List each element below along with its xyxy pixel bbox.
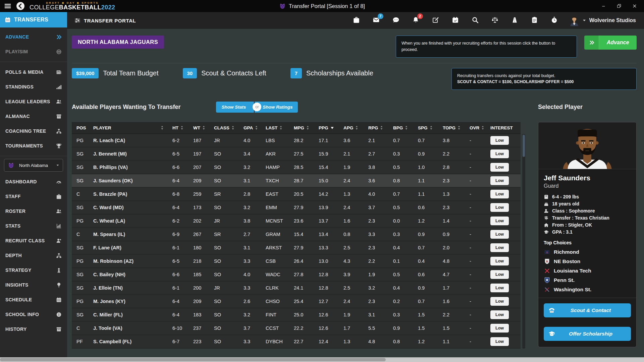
col-header-topg[interactable]: TOPG (440, 125, 467, 130)
table-scrollbar[interactable] (522, 134, 525, 349)
table-row[interactable]: SGJ. Elloie (TN)6-1200JR3.3CLRK24.112.82… (72, 282, 521, 295)
sidebar-item-schedule[interactable]: SCHEDULE (0, 292, 67, 307)
sidebar-item-depth[interactable]: DEPTH (0, 248, 67, 263)
sidebar-item-strategy[interactable]: STRATEGY (0, 263, 67, 278)
sidebar-item-standings[interactable]: STANDINGS (0, 79, 67, 94)
table-row[interactable]: SGJ. Saunders (OK)6-4209SO3.1TXCH28.715.… (72, 174, 521, 188)
minimize-button[interactable] (601, 3, 606, 9)
interest-button[interactable]: Low (490, 243, 509, 252)
col-header-ht[interactable]: HT (170, 125, 191, 130)
close-button[interactable] (632, 3, 637, 9)
interest-button[interactable]: Low (490, 163, 509, 172)
edit-button[interactable] (432, 16, 439, 25)
briefcase-button[interactable] (353, 16, 360, 25)
interest-button[interactable]: Low (490, 284, 509, 292)
calendar-check-icon (452, 16, 459, 23)
search-button[interactable] (472, 16, 479, 25)
col-header-interest[interactable]: INTEREST (488, 125, 521, 130)
interest-button[interactable]: Low (490, 190, 509, 198)
back-button[interactable] (16, 2, 25, 10)
sidebar-item-insights[interactable]: INSIGHTS (0, 278, 67, 292)
interest-button[interactable]: Low (490, 310, 509, 319)
interest-button[interactable]: Low (490, 149, 509, 158)
sidebar-item-recruit-class[interactable]: RECRUIT CLASS (0, 233, 67, 248)
table-row[interactable]: PGM. Jones (KY)6-4209SO2.6CHSO25.412.72.… (72, 295, 521, 308)
sidebar-item-history[interactable]: HISTORY (0, 322, 67, 337)
sidebar-item-roster[interactable]: ROSTER (0, 204, 67, 219)
interest-button[interactable]: Low (490, 337, 509, 346)
horizontal-scrollbar[interactable] (0, 357, 644, 362)
horizontal-scrollbar-thumb[interactable] (0, 358, 386, 361)
col-header-class[interactable]: CLASS (211, 125, 241, 130)
sidebar-item-coaching-tree[interactable]: COACHING TREE (0, 124, 67, 138)
col-header-spg[interactable]: SPG (415, 125, 440, 130)
col-header-last[interactable]: LAST (263, 125, 291, 130)
table-row[interactable]: CS. Brazzle (PA)6-8259SR2.8EAST20.514.21… (72, 188, 521, 201)
show-stats-button[interactable]: Show Stats (216, 102, 255, 113)
sidebar-item-staff[interactable]: STAFF (0, 189, 67, 204)
interest-button[interactable]: Low (490, 230, 509, 239)
cell-topg: 4.8 (440, 258, 467, 264)
road-button[interactable] (511, 16, 518, 25)
col-header-ppg[interactable]: PPG (316, 125, 341, 130)
col-header-rpg[interactable]: RPG (366, 125, 390, 130)
menu-icon[interactable] (4, 2, 11, 10)
table-row[interactable]: PGM. Robinson (AZ)6-5218SO3.3CSB26.413.0… (72, 255, 521, 268)
clipboard-button[interactable] (531, 16, 538, 25)
table-row[interactable]: SGC. Miller (FL)6-4183SO3.2FINT25.012.61… (72, 308, 521, 322)
restore-button[interactable] (616, 3, 622, 9)
interest-button[interactable]: Low (490, 257, 509, 265)
cell-interest: Low (488, 337, 521, 346)
sidebar-item-dashboard[interactable]: DASHBOARD (0, 174, 67, 189)
interest-button[interactable]: Low (490, 136, 509, 145)
interest-button[interactable]: Low (490, 270, 509, 279)
table-row[interactable]: CM. Spears (IL)6-9267SR2.7GRAM15.413.40.… (72, 228, 521, 241)
interest-button[interactable]: Low (490, 203, 509, 212)
sidebar-item-stats[interactable]: STATS (0, 219, 67, 233)
interest-button[interactable]: Low (490, 217, 509, 225)
table-row[interactable]: SGC. Ward (MD)6-4173SO3.2EMM27.913.92.43… (72, 201, 521, 215)
col-header-wt[interactable]: WT (191, 125, 211, 130)
offer-scholarship-button[interactable]: Offer Scholarship (544, 327, 631, 341)
col-header-player[interactable]: PLAYER (91, 125, 170, 130)
col-header-bpg[interactable]: BPG (390, 125, 415, 130)
interest-button[interactable]: Low (490, 297, 509, 306)
interest-button[interactable]: Low (490, 176, 509, 185)
sidebar-item-school-info[interactable]: SCHOOL INFO (0, 307, 67, 322)
cell-ovr: - (467, 299, 488, 304)
user-menu[interactable]: Wolverine Studios (569, 15, 636, 26)
chat-button[interactable] (392, 16, 399, 25)
sidebar-item-polls-media[interactable]: POLLS & MEDIA (0, 65, 67, 79)
table-row[interactable]: PGC. Wheat (LA)6-2202JR3.8MCNST23.613.71… (72, 215, 521, 228)
sidebar-item-almanac[interactable]: ALMANAC (0, 109, 67, 124)
sidebar-item-league-leaders[interactable]: LEAGUE LEADERS (0, 94, 67, 109)
table-row[interactable]: SGF. Lane (AR)6-1180SO3.1ARKST27.913.32.… (72, 241, 521, 255)
cell-class: SO (211, 258, 241, 264)
bell-button[interactable]: 2 (412, 16, 419, 25)
sidebar-item-advance[interactable]: ADVANCE (0, 29, 67, 44)
table-row[interactable]: CJ. Toole (VA)6-10237SO3.7CCST22.212.61.… (72, 322, 521, 335)
col-header-pos[interactable]: POS (72, 125, 91, 130)
table-row[interactable]: PGR. Leach (CA)6-2187JR4.0LBS28.217.13.6… (72, 134, 521, 147)
table-row[interactable]: PFS. Campbell (FL)6-7223SO3.3DYBCH22.712… (72, 335, 521, 349)
team-selector[interactable]: North Alabama (4, 159, 63, 172)
envelope-button[interactable]: 7 (373, 16, 380, 25)
table-scrollbar-thumb[interactable] (523, 135, 525, 157)
table-row[interactable]: SGB. Phillips (VA)6-6207SO3.2HAMP28.515.… (72, 161, 521, 174)
col-header-mpg[interactable]: MPG (291, 125, 316, 130)
col-header-ovr[interactable]: OVR (467, 125, 488, 130)
interest-button[interactable]: Low (490, 324, 509, 333)
sidebar-item-tournaments[interactable]: TOURNAMENTS (0, 138, 67, 153)
stopwatch-button[interactable] (551, 16, 558, 25)
scales-button[interactable] (491, 16, 498, 25)
advance-button[interactable]: Advance (584, 36, 637, 50)
top-choice-washington-st: Washington St. (544, 286, 631, 294)
table-row[interactable]: SGC. Bailey (NH)6-6185SO4.0WADC27.812.83… (72, 268, 521, 282)
sidebar-item-play-sim[interactable]: PLAY/SIM (0, 44, 67, 59)
cell-apg: 2.4 (341, 178, 366, 183)
col-header-gpa[interactable]: GPA (241, 125, 263, 130)
table-row[interactable]: SGJ. Bennett (MI)6-5197SO3.4AKR27.515.92… (72, 147, 521, 161)
col-header-apg[interactable]: APG (341, 125, 366, 130)
scout-contact-button[interactable]: Scout & Contact (544, 303, 631, 317)
calendar-check-button[interactable] (452, 16, 459, 25)
